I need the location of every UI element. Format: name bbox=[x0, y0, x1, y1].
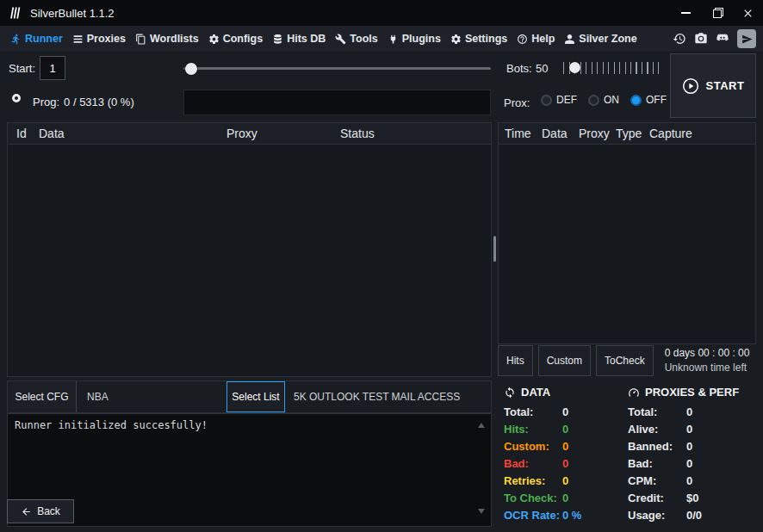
proxies-stats-header: PROXIES & PERF bbox=[628, 385, 739, 399]
data-stat-rows: Total:0 Hits:0 Custom:0 Bad:0 Retries:0 … bbox=[504, 406, 581, 522]
nav-label: Plugins bbox=[402, 33, 441, 45]
nav-item-wordlists[interactable]: Wordlists bbox=[135, 33, 199, 45]
stat-label: Total: bbox=[504, 406, 562, 418]
wrench-icon bbox=[335, 34, 346, 45]
stat-label: Total: bbox=[628, 406, 686, 418]
runner-table-body[interactable] bbox=[8, 145, 491, 376]
scroll-up-icon[interactable] bbox=[478, 423, 485, 428]
tab-tocheck[interactable]: ToCheck bbox=[596, 345, 654, 376]
log-line: Runner initialized succesfully! bbox=[15, 419, 484, 431]
nav-label: Runner bbox=[25, 33, 63, 45]
stat-row-ocr-rate: OCR Rate:0 % bbox=[504, 510, 581, 522]
stat-value: 0 bbox=[562, 457, 568, 470]
col-data: Data bbox=[39, 127, 65, 140]
proxies-stats-column: PROXIES & PERF Total:0 Alive:0 Banned:0 … bbox=[628, 385, 739, 522]
stat-row-alive: Alive:0 bbox=[628, 424, 739, 436]
slider-thumb[interactable] bbox=[569, 62, 580, 73]
stat-label: To Check: bbox=[504, 492, 562, 504]
time-left: Unknown time left bbox=[665, 361, 750, 375]
bots-slider[interactable] bbox=[561, 58, 663, 78]
prox-option-off[interactable]: OFF bbox=[630, 94, 667, 106]
nav-item-silver-zone[interactable]: Silver Zone bbox=[564, 33, 636, 45]
history-button[interactable] bbox=[673, 32, 686, 46]
col-id: Id bbox=[16, 127, 27, 140]
bots-label: Bots: bbox=[506, 62, 532, 75]
results-table: Time Data Proxy Type Capture bbox=[498, 122, 756, 344]
stat-row-usage: Usage:0/0 bbox=[628, 510, 739, 522]
slider-track bbox=[183, 67, 491, 70]
telegram-button[interactable] bbox=[737, 29, 756, 48]
tab-hits[interactable]: Hits bbox=[498, 345, 533, 376]
nav-item-configs[interactable]: Configs bbox=[208, 33, 264, 45]
selected-config-name: NBA bbox=[87, 391, 109, 403]
col-time: Time bbox=[505, 127, 531, 140]
nav-item-settings[interactable]: Settings bbox=[450, 33, 507, 45]
nav-right-icons bbox=[673, 29, 756, 48]
app-window: SilverBullet 1.1.2 Runner Proxies Wordli… bbox=[0, 0, 763, 532]
stat-row-bad: Bad:0 bbox=[504, 458, 581, 470]
data-stats-header: DATA bbox=[504, 385, 581, 399]
stat-value: 0 % bbox=[562, 509, 581, 522]
nav-item-plugins[interactable]: Plugins bbox=[388, 33, 441, 45]
log-area[interactable]: Runner initialized succesfully! bbox=[7, 413, 492, 527]
radio-icon bbox=[588, 95, 599, 106]
maximize-button[interactable] bbox=[701, 0, 732, 26]
results-table-body[interactable] bbox=[499, 145, 755, 343]
close-button[interactable] bbox=[732, 0, 763, 26]
runner-table-header: Id Data Proxy Status bbox=[8, 123, 491, 145]
nav-item-proxies[interactable]: Proxies bbox=[72, 33, 126, 45]
stat-value: 0 bbox=[562, 405, 568, 418]
nav-label: Tools bbox=[350, 33, 377, 45]
nav-label: Hits DB bbox=[287, 33, 326, 45]
nav-item-hits-db[interactable]: Hits DB bbox=[272, 33, 326, 45]
results-table-header: Time Data Proxy Type Capture bbox=[499, 123, 755, 145]
radio-label: OFF bbox=[646, 94, 667, 106]
window-title: SilverBullet 1.1.2 bbox=[30, 7, 115, 20]
radio-icon-selected bbox=[630, 95, 642, 106]
splitter-handle[interactable] bbox=[492, 122, 498, 377]
help-icon bbox=[517, 34, 528, 45]
nav-label: Silver Zone bbox=[579, 33, 636, 45]
minimize-button[interactable] bbox=[670, 0, 701, 26]
arrow-left-icon bbox=[21, 506, 32, 517]
prog-label: Prog: bbox=[33, 96, 59, 108]
nav-item-runner[interactable]: Runner bbox=[10, 33, 63, 45]
stat-label: CPM: bbox=[628, 475, 686, 487]
progress-text: Prog: 0 / 5313 (0 %) bbox=[33, 96, 134, 108]
back-button-label: Back bbox=[37, 505, 60, 517]
start-button[interactable]: START bbox=[670, 53, 756, 118]
screenshot-button[interactable] bbox=[694, 32, 708, 46]
stat-row-custom: Custom:0 bbox=[504, 441, 581, 453]
results-tabs-row: Hits Custom ToCheck 0 days 00 : 00 : 00 … bbox=[498, 344, 763, 376]
stat-value: 0 bbox=[562, 474, 568, 487]
prox-label: Prox: bbox=[504, 96, 530, 109]
stat-value: 0 bbox=[562, 440, 568, 453]
col-type: Type bbox=[616, 127, 642, 140]
prox-option-def[interactable]: DEF bbox=[541, 94, 577, 106]
restore-icon bbox=[713, 9, 721, 17]
stat-row-total: Total:0 bbox=[504, 406, 581, 418]
select-cfg-button[interactable]: Select CFG bbox=[8, 381, 77, 412]
discord-button[interactable] bbox=[716, 32, 729, 46]
back-button[interactable]: Back bbox=[7, 499, 74, 523]
clock-history-icon bbox=[673, 32, 686, 46]
stat-label: Usage: bbox=[628, 510, 686, 522]
slider-thumb[interactable] bbox=[185, 63, 197, 75]
prox-option-on[interactable]: ON bbox=[588, 94, 619, 106]
nav-item-tools[interactable]: Tools bbox=[335, 33, 377, 45]
scroll-down-icon[interactable] bbox=[478, 509, 485, 514]
stat-value: 0 bbox=[686, 474, 692, 487]
start-position-slider[interactable] bbox=[183, 62, 491, 76]
select-list-button[interactable]: Select List bbox=[226, 381, 285, 412]
start-button-label: START bbox=[706, 79, 745, 92]
gauge-icon bbox=[628, 387, 640, 399]
stat-label: Bad: bbox=[628, 458, 686, 470]
wordlists-icon bbox=[135, 34, 146, 45]
tab-custom[interactable]: Custom bbox=[538, 345, 591, 376]
stat-value: 0 bbox=[686, 423, 692, 436]
stat-label: Credit: bbox=[628, 492, 686, 504]
start-input[interactable] bbox=[40, 56, 65, 80]
nav-item-help[interactable]: Help bbox=[517, 33, 555, 45]
stat-row-retries: Retries:0 bbox=[504, 475, 581, 487]
proxy-mode-group: DEF ON OFF bbox=[541, 94, 667, 106]
